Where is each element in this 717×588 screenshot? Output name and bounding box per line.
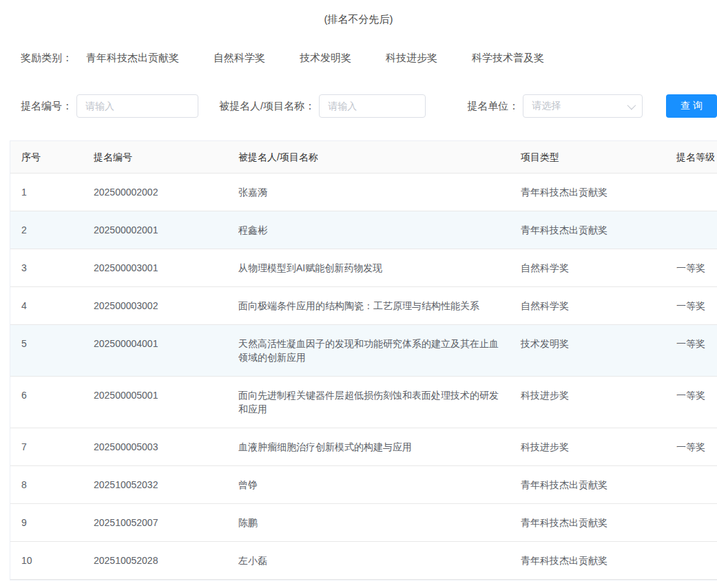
cell-type: 自然科学奖 xyxy=(510,287,665,324)
cell-grade xyxy=(665,504,717,541)
nominating-org-select[interactable]: 请选择 xyxy=(523,94,643,118)
cell-type: 科技进步奖 xyxy=(510,377,665,428)
column-header-code: 提名编号 xyxy=(83,141,227,173)
cell-index: 9 xyxy=(10,504,83,541)
cell-type: 青年科技杰出贡献奖 xyxy=(510,542,665,579)
cell-name: 面向先进制程关键器件层超低损伤刻蚀和表面处理技术的研发和应用 xyxy=(227,377,510,428)
cell-code: 202510052007 xyxy=(83,504,227,541)
table-row: 4 202500003002 面向极端条件应用的结构陶瓷：工艺原理与结构性能关系… xyxy=(10,287,717,325)
query-button[interactable]: 查 询 xyxy=(666,94,717,118)
cell-type: 自然科学奖 xyxy=(510,249,665,286)
category-item-sci-tech-progress-award[interactable]: 科技进步奖 xyxy=(386,52,437,65)
cell-type: 青年科技杰出贡献奖 xyxy=(510,466,665,503)
table-row: 9 202510052007 陈鹏 青年科技杰出贡献奖 xyxy=(10,504,717,542)
cell-name: 左小磊 xyxy=(227,542,510,579)
table-row: 2 202500002001 程鑫彬 青年科技杰出贡献奖 xyxy=(10,211,717,249)
cell-code: 202500003001 xyxy=(83,249,227,286)
table-row: 8 202510052032 曾铮 青年科技杰出贡献奖 xyxy=(10,466,717,504)
nominee-input[interactable] xyxy=(319,94,426,118)
page-subtitle: (排名不分先后) xyxy=(0,0,717,26)
cell-grade: 一等奖 xyxy=(665,428,717,465)
nominee-label: 被提名人/项目名称： xyxy=(219,100,315,113)
table-row: 1 202500002002 张嘉漪 青年科技杰出贡献奖 xyxy=(10,174,717,211)
cell-index: 5 xyxy=(10,325,83,376)
category-filter: 奖励类别： 青年科技杰出贡献奖 自然科学奖 技术发明奖 科技进步奖 科学技术普及… xyxy=(0,52,717,65)
column-header-grade: 提名等级 xyxy=(665,141,717,173)
category-item-young-talent-award[interactable]: 青年科技杰出贡献奖 xyxy=(86,52,179,65)
nomination-no-input[interactable] xyxy=(76,94,198,118)
cell-grade xyxy=(665,211,717,249)
cell-name: 面向极端条件应用的结构陶瓷：工艺原理与结构性能关系 xyxy=(227,287,510,324)
cell-grade xyxy=(665,466,717,503)
column-header-type: 项目类型 xyxy=(510,141,665,173)
search-bar: 提名编号： 被提名人/项目名称： 提名单位： 请选择 查 询 xyxy=(0,94,717,118)
cell-code: 202500003002 xyxy=(83,287,227,324)
cell-grade: 一等奖 xyxy=(665,287,717,324)
nominating-org-select-placeholder: 请选择 xyxy=(532,100,561,112)
cell-name: 张嘉漪 xyxy=(227,174,510,211)
table-row: 6 202500005001 面向先进制程关键器件层超低损伤刻蚀和表面处理技术的… xyxy=(10,377,717,428)
cell-code: 202500002002 xyxy=(83,174,227,211)
cell-index: 6 xyxy=(10,377,83,428)
cell-index: 1 xyxy=(10,174,83,211)
cell-code: 202500005001 xyxy=(83,377,227,428)
cell-name: 从物理模型到AI赋能创新药物发现 xyxy=(227,249,510,286)
cell-grade xyxy=(665,542,717,579)
cell-name: 天然高活性凝血因子的发现和功能研究体系的建立及其在止血领域的创新应用 xyxy=(227,325,510,376)
table-row: 5 202500004001 天然高活性凝血因子的发现和功能研究体系的建立及其在… xyxy=(10,325,717,377)
cell-grade xyxy=(665,174,717,211)
column-header-name: 被提名人/项目名称 xyxy=(227,141,510,173)
cell-code: 202500005003 xyxy=(83,428,227,465)
cell-name: 血液肿瘤细胞治疗创新模式的构建与应用 xyxy=(227,428,510,465)
cell-grade: 一等奖 xyxy=(665,377,717,428)
column-header-index: 序号 xyxy=(10,141,83,173)
cell-type: 青年科技杰出贡献奖 xyxy=(510,211,665,249)
cell-code: 202510052028 xyxy=(83,542,227,579)
table-row: 3 202500003001 从物理模型到AI赋能创新药物发现 自然科学奖 一等… xyxy=(10,249,717,287)
cell-index: 4 xyxy=(10,287,83,324)
cell-index: 3 xyxy=(10,249,83,286)
cell-name: 程鑫彬 xyxy=(227,211,510,249)
cell-grade: 一等奖 xyxy=(665,249,717,286)
table-row: 10 202510052028 左小磊 青年科技杰出贡献奖 xyxy=(10,542,717,580)
table-body: 1 202500002002 张嘉漪 青年科技杰出贡献奖 2 202500002… xyxy=(10,174,717,580)
table-row: 7 202500005003 血液肿瘤细胞治疗创新模式的构建与应用 科技进步奖 … xyxy=(10,428,717,466)
cell-name: 曾铮 xyxy=(227,466,510,503)
cell-grade: 一等奖 xyxy=(665,325,717,376)
cell-index: 8 xyxy=(10,466,83,503)
cell-type: 科技进步奖 xyxy=(510,428,665,465)
cell-code: 202510052032 xyxy=(83,466,227,503)
cell-type: 技术发明奖 xyxy=(510,325,665,376)
cell-index: 7 xyxy=(10,428,83,465)
category-item-technical-invention-award[interactable]: 技术发明奖 xyxy=(300,52,351,65)
nominating-org-label: 提名单位： xyxy=(467,100,519,113)
category-filter-label: 奖励类别： xyxy=(21,52,72,65)
category-item-science-popularization-award[interactable]: 科学技术普及奖 xyxy=(472,52,544,65)
cell-type: 青年科技杰出贡献奖 xyxy=(510,174,665,211)
nomination-no-label: 提名编号： xyxy=(21,100,72,113)
cell-index: 10 xyxy=(10,542,83,579)
cell-code: 202500002001 xyxy=(83,211,227,249)
cell-type: 青年科技杰出贡献奖 xyxy=(510,504,665,541)
category-item-natural-science-award[interactable]: 自然科学奖 xyxy=(214,52,265,65)
cell-name: 陈鹏 xyxy=(227,504,510,541)
cell-code: 202500004001 xyxy=(83,325,227,376)
cell-index: 2 xyxy=(10,211,83,249)
award-nomination-page: (排名不分先后) 奖励类别： 青年科技杰出贡献奖 自然科学奖 技术发明奖 科技进… xyxy=(0,0,717,588)
table-header-row: 序号 提名编号 被提名人/项目名称 项目类型 提名等级 xyxy=(10,141,717,174)
nominations-table: 序号 提名编号 被提名人/项目名称 项目类型 提名等级 1 2025000020… xyxy=(10,140,717,580)
chevron-down-icon xyxy=(627,101,636,109)
